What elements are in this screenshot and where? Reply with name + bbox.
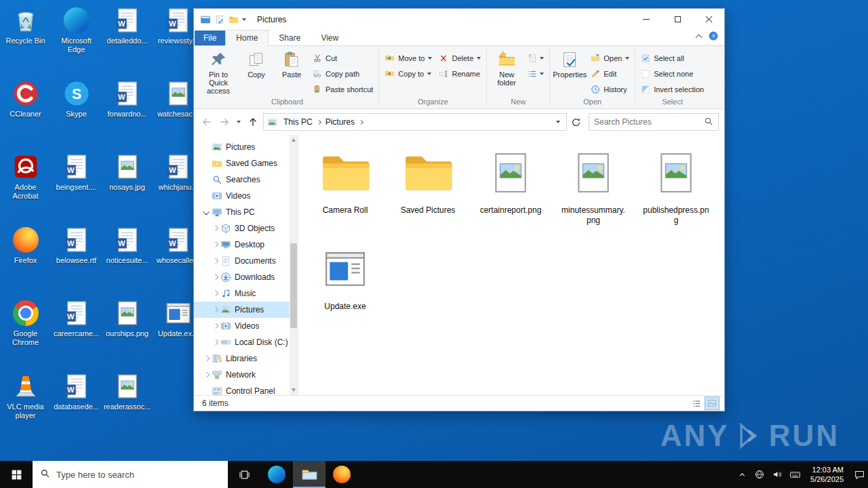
desktop-icon-readerassoc[interactable]: readerassoc... <box>102 367 153 441</box>
nav-item-this-pc[interactable]: This PC <box>194 204 290 220</box>
touch-keyboard-icon[interactable] <box>786 461 804 488</box>
maximize-button[interactable] <box>662 9 693 30</box>
copy-button[interactable]: Copy <box>239 48 274 80</box>
qat-new-folder-button[interactable] <box>229 15 238 24</box>
forward-button[interactable] <box>216 113 233 131</box>
nav-item-pictures[interactable]: Pictures <box>194 139 290 155</box>
qat-properties-button[interactable] <box>215 15 224 24</box>
help-icon[interactable]: ? <box>708 30 719 43</box>
tab-share[interactable]: Share <box>269 30 311 45</box>
desktop-icon-recycle-bin[interactable]: Recycle Bin <box>0 1 51 75</box>
taskbar-clock[interactable]: 12:03 AM 5/26/2025 <box>804 461 850 488</box>
desktop-icon-beingsent[interactable]: Wbeingsent.... <box>51 148 102 221</box>
start-button[interactable] <box>0 461 33 488</box>
desktop-icon-skype[interactable]: SSkype <box>51 75 102 148</box>
paste-button[interactable]: Paste <box>274 48 309 80</box>
nav-item-videos[interactable]: Videos <box>194 318 290 334</box>
cut-button[interactable]: Cut <box>309 51 376 65</box>
nav-item-saved-games[interactable]: Saved Games <box>194 155 290 171</box>
nav-item-desktop[interactable]: Desktop <box>194 237 290 253</box>
rename-button[interactable]: Rename <box>435 66 484 81</box>
new-folder-button[interactable]: New folder <box>489 48 524 88</box>
close-button[interactable] <box>693 9 724 30</box>
desktop-icon-microsoft-edge[interactable]: Microsoft Edge <box>51 1 102 75</box>
expand-arrow-icon[interactable] <box>211 289 220 298</box>
desktop-icon-ourships-png[interactable]: ourships.png <box>102 294 153 367</box>
nav-item-videos[interactable]: Videos <box>194 188 290 204</box>
nav-item-libraries[interactable]: Libraries <box>194 350 290 367</box>
desktop-icon-firefox[interactable]: Firefox <box>0 221 51 294</box>
nav-item-control-panel[interactable]: Control Panel <box>194 383 290 395</box>
nav-item-3d-objects[interactable]: 3D Objects <box>194 220 290 237</box>
scroll-down-icon[interactable] <box>292 388 296 392</box>
breadcrumb-pictures[interactable]: Pictures <box>322 117 358 127</box>
desktop-icon-nosays-jpg[interactable]: nosays.jpg <box>102 148 153 221</box>
tab-file[interactable]: File <box>195 30 225 45</box>
expand-arrow-icon[interactable] <box>211 224 220 233</box>
task-view-button[interactable] <box>228 461 260 488</box>
taskbar-firefox-button[interactable] <box>326 461 358 488</box>
thumbnails-view-button[interactable] <box>705 397 719 409</box>
properties-button[interactable]: Properties <box>552 48 587 80</box>
minimize-button[interactable] <box>631 9 662 30</box>
hidden-icons-button[interactable] <box>733 461 751 488</box>
copy-to-button[interactable]: Copy to <box>381 66 435 81</box>
search-box[interactable]: Search Pictures <box>589 113 719 131</box>
nav-item-downloads[interactable]: Downloads <box>194 269 290 285</box>
expand-arrow-icon[interactable] <box>211 256 220 266</box>
file-item-publishedpress-png[interactable]: publishedpress.png <box>635 140 717 237</box>
select-all-button[interactable]: Select all <box>637 51 707 65</box>
qat-customize-chevron-icon[interactable] <box>242 18 246 21</box>
nav-item-pictures[interactable]: Pictures <box>194 302 290 318</box>
file-item-minutessummary-png[interactable]: minutessummary.png <box>552 140 635 237</box>
move-to-button[interactable]: Move to <box>381 51 435 65</box>
desktop-icon-ccleaner[interactable]: CCleaner <box>0 75 51 148</box>
taskbar-explorer-button[interactable] <box>293 461 326 488</box>
invert-selection-button[interactable]: Invert selection <box>637 82 707 96</box>
file-item-update-exe[interactable]: Update.exe <box>304 237 387 333</box>
taskbar-search[interactable]: Type here to search <box>33 461 228 488</box>
pin-to-quick-access-button[interactable]: Pin to Quick access <box>198 48 239 96</box>
refresh-button[interactable] <box>567 113 585 131</box>
expand-arrow-icon[interactable] <box>211 272 220 282</box>
select-none-button[interactable]: Select none <box>637 66 707 81</box>
desktop-icon-careercame[interactable]: Wcareercame... <box>51 294 102 367</box>
search-icon[interactable] <box>704 117 713 128</box>
desktop-icon-noticesuite[interactable]: Wnoticesuite... <box>102 221 153 294</box>
edit-button[interactable]: Edit <box>587 66 633 81</box>
history-button[interactable]: History <box>587 82 633 96</box>
file-item-saved-pictures[interactable]: Saved Pictures <box>387 140 469 237</box>
expand-arrow-icon[interactable] <box>211 321 220 331</box>
nav-item-music[interactable]: Music <box>194 285 290 302</box>
expand-arrow-icon[interactable] <box>211 240 220 249</box>
scroll-up-icon[interactable] <box>292 138 296 142</box>
tab-view[interactable]: View <box>311 30 349 45</box>
desktop-icon-detaileddo[interactable]: Wdetaileddo... <box>102 1 153 75</box>
back-button[interactable] <box>198 113 216 131</box>
recent-locations-button[interactable] <box>233 113 244 131</box>
minimize-ribbon-icon[interactable] <box>696 33 701 42</box>
desktop-icon-vlc-media-player[interactable]: VLC media player <box>0 367 51 441</box>
volume-icon[interactable] <box>768 461 786 488</box>
desktop-icon-forwardno[interactable]: Wforwardno... <box>102 75 153 148</box>
nav-item-network[interactable]: Network <box>194 367 290 383</box>
desktop-icon-google-chrome[interactable]: Google Chrome <box>0 294 51 367</box>
action-center-button[interactable] <box>850 461 868 488</box>
address-dropdown-button[interactable] <box>552 121 564 123</box>
new-item-button[interactable] <box>524 51 547 65</box>
expand-arrow-icon[interactable] <box>211 338 220 347</box>
scrollbar-thumb[interactable] <box>290 243 297 328</box>
file-item-camera-roll[interactable]: Camera Roll <box>304 140 387 237</box>
expand-arrow-icon[interactable] <box>211 305 220 314</box>
paste-shortcut-button[interactable]: Paste shortcut <box>309 82 376 96</box>
network-icon[interactable] <box>751 461 768 488</box>
address-box[interactable]: This PC Pictures <box>263 113 567 131</box>
open-button[interactable]: Open <box>587 51 633 65</box>
nav-item-local-disk-c[interactable]: Local Disk (C:) <box>194 334 290 350</box>
easy-access-button[interactable] <box>524 66 547 81</box>
nav-item-searches[interactable]: Searches <box>194 171 290 188</box>
up-button[interactable] <box>244 113 262 131</box>
delete-button[interactable]: Delete <box>435 51 484 65</box>
file-grid[interactable]: Camera RollSaved Picturescertainreport.p… <box>298 135 724 395</box>
file-item-certainreport-png[interactable]: certainreport.png <box>469 140 552 237</box>
